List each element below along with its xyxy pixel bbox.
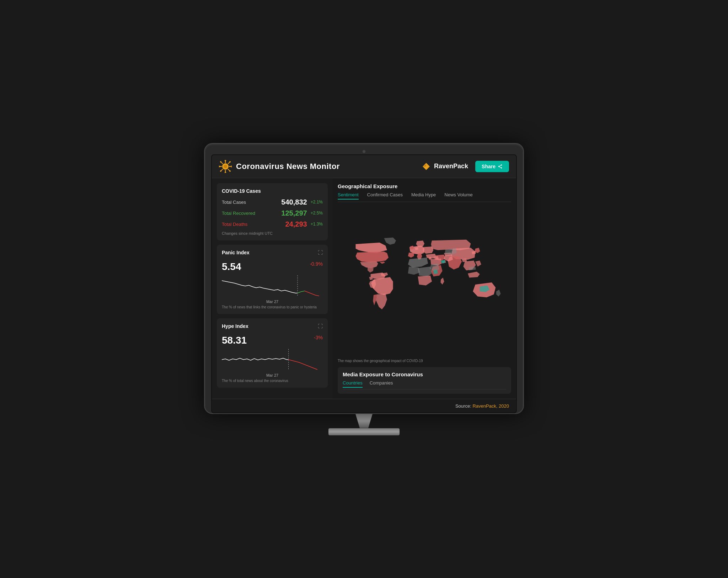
- world-map-container: [338, 206, 511, 357]
- hype-value: 58.31: [222, 335, 247, 346]
- svg-point-13: [231, 165, 232, 167]
- panic-value: 5.54: [222, 261, 241, 272]
- hype-header: Hype Index ⛶: [222, 323, 323, 333]
- expand-icon-hype[interactable]: ⛶: [318, 323, 323, 329]
- media-section: Media Exposure to Coronavirus Countries …: [338, 367, 511, 394]
- header-right: RavenPack Share: [421, 161, 509, 172]
- tab-confirmed[interactable]: Confirmed Cases: [367, 192, 403, 200]
- svg-point-17: [220, 170, 221, 172]
- right-panel: Geographical Exposure Sentiment Confirme…: [333, 178, 516, 399]
- total-cases-row: Total Cases 540,832 +2.1%: [222, 198, 323, 206]
- deaths-change: +1.3%: [311, 222, 323, 227]
- svg-point-11: [225, 172, 226, 173]
- tab-sentiment[interactable]: Sentiment: [338, 192, 359, 200]
- deaths-row: Total Deaths 24,293 +1.3%: [222, 220, 323, 228]
- covid-card-title: COVID-19 Cases: [222, 188, 323, 194]
- total-cases-values: 540,832 +2.1%: [281, 198, 323, 206]
- svg-point-22: [501, 167, 502, 169]
- panic-date: Mar 27: [222, 299, 323, 304]
- recovered-row: Total Recovered 125,297 +2.5%: [222, 209, 323, 217]
- deaths-label: Total Deaths: [222, 222, 247, 227]
- app-header: Coronavirus News Monitor RavenPack Share: [212, 155, 516, 178]
- map-note: The map shows the geographical impact of…: [338, 359, 511, 363]
- brand-logo: RavenPack: [421, 161, 468, 171]
- tab-companies[interactable]: Companies: [370, 380, 393, 388]
- recovered-change: +2.5%: [311, 211, 323, 216]
- footer: Source: RavenPack, 2020: [212, 399, 516, 413]
- total-cases-change: +2.1%: [311, 200, 323, 205]
- svg-point-10: [225, 160, 226, 161]
- panic-chart: [222, 275, 323, 297]
- left-panel: COVID-19 Cases Total Cases 540,832 +2.1%…: [212, 178, 333, 399]
- svg-point-12: [219, 165, 220, 167]
- covid-note: Changes since midnight UTC: [222, 231, 323, 235]
- svg-point-21: [498, 166, 500, 167]
- virus-icon: [219, 160, 232, 173]
- svg-point-16: [229, 161, 231, 163]
- hype-values: 58.31 -3%: [222, 335, 323, 346]
- hype-change: -3%: [314, 335, 323, 340]
- stand-neck: [350, 414, 378, 428]
- svg-point-15: [229, 170, 231, 172]
- panic-values: 5.54 -0.9%: [222, 261, 323, 272]
- svg-point-1: [224, 165, 227, 168]
- hype-index-card: Hype Index ⛶ 58.31 -3%: [217, 318, 328, 388]
- recovered-value: 125,297: [281, 209, 307, 217]
- covid-cases-card: COVID-19 Cases Total Cases 540,832 +2.1%…: [217, 183, 328, 240]
- hype-title: Hype Index: [222, 323, 248, 329]
- svg-point-14: [220, 161, 221, 163]
- panic-note: The % of news that links the coronavirus…: [222, 305, 323, 309]
- panic-index-card: Panic Index ⛶ 5.54 -0.9%: [217, 245, 328, 314]
- brand-name: RavenPack: [434, 163, 468, 170]
- geo-tabs: Sentiment Confirmed Cases Media Hype New…: [338, 192, 511, 202]
- deaths-values: 24,293 +1.3%: [285, 220, 323, 228]
- stand-base: [328, 428, 400, 435]
- total-cases-value: 540,832: [281, 198, 307, 206]
- share-icon: [498, 164, 503, 169]
- app-title: Coronavirus News Monitor: [236, 162, 340, 171]
- header-left: Coronavirus News Monitor: [219, 160, 340, 173]
- expand-icon[interactable]: ⛶: [318, 250, 323, 255]
- monitor-stand: [328, 414, 400, 435]
- tab-countries[interactable]: Countries: [343, 380, 363, 388]
- footer-brand: RavenPack, 2020: [472, 403, 509, 409]
- hype-note: The % of total news about the coronaviru…: [222, 379, 323, 383]
- hype-chart: [222, 349, 323, 370]
- svg-line-23: [499, 166, 501, 167]
- tab-media-hype[interactable]: Media Hype: [411, 192, 436, 200]
- geo-section: Geographical Exposure Sentiment Confirme…: [338, 183, 511, 363]
- geo-title: Geographical Exposure: [338, 183, 511, 189]
- main-content: COVID-19 Cases Total Cases 540,832 +2.1%…: [212, 178, 516, 399]
- hype-date: Mar 27: [222, 373, 323, 377]
- footer-text: Source: RavenPack, 2020: [455, 403, 509, 409]
- svg-point-20: [501, 164, 502, 166]
- total-cases-label: Total Cases: [222, 200, 246, 205]
- recovered-values: 125,297 +2.5%: [281, 209, 323, 217]
- panic-title: Panic Index: [222, 250, 250, 255]
- recovered-label: Total Recovered: [222, 211, 255, 216]
- panic-header: Panic Index ⛶: [222, 250, 323, 260]
- media-title: Media Exposure to Coronavirus: [343, 371, 506, 377]
- share-button[interactable]: Share: [475, 161, 509, 172]
- tab-news-volume[interactable]: News Volume: [444, 192, 472, 200]
- world-map-svg: [338, 206, 511, 357]
- deaths-value: 24,293: [285, 220, 307, 228]
- svg-line-24: [499, 165, 501, 166]
- panic-change: -0.9%: [310, 261, 323, 267]
- media-tabs: Countries Companies: [343, 380, 506, 389]
- ravenpack-icon: [421, 161, 431, 171]
